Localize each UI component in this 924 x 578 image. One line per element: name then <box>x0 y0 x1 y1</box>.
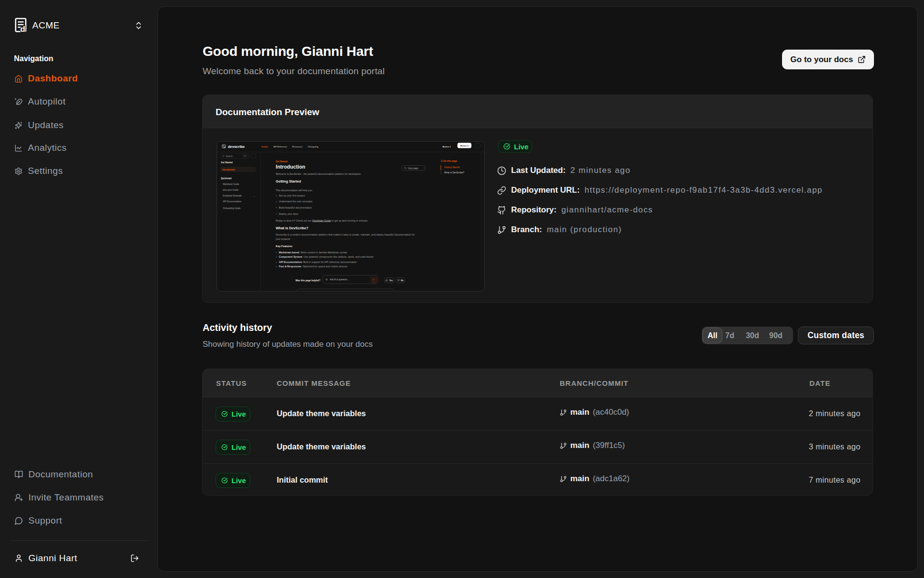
svg-text:d: d <box>20 25 25 33</box>
svg-text:d: d <box>224 146 225 148</box>
